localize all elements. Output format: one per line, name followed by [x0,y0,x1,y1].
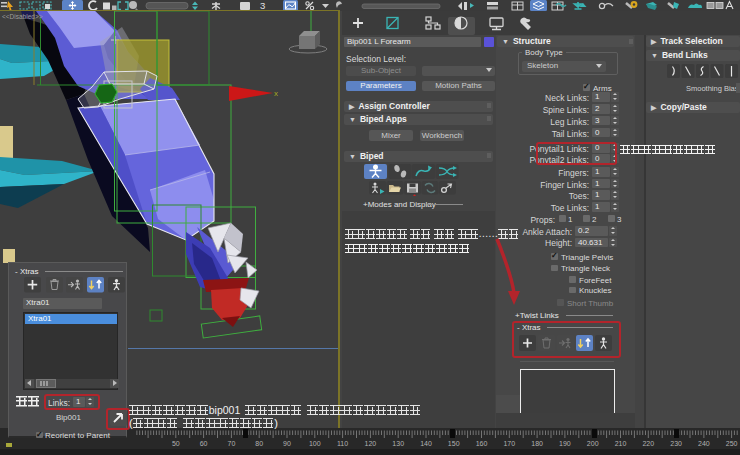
svg-text:x: x [274,89,278,98]
